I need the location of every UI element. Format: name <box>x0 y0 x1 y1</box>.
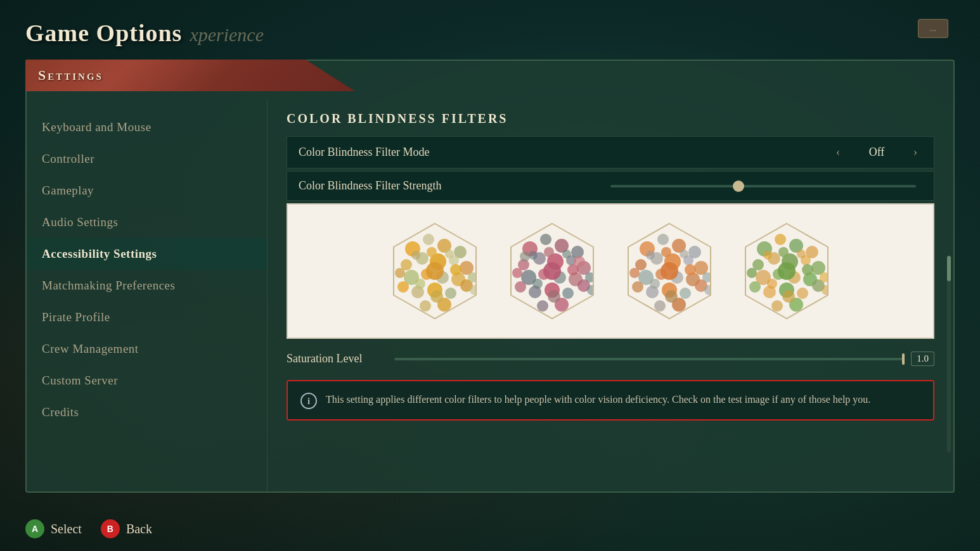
svg-point-26 <box>397 281 409 293</box>
filter-strength-label: Color Blindness Filter Strength <box>299 179 604 193</box>
svg-point-97 <box>650 279 660 289</box>
saturation-label: Saturation Level <box>287 352 388 365</box>
sidebar-item-keyboard[interactable]: Keyboard and Mouse <box>27 111 267 143</box>
sidebar-item-custom[interactable]: Custom Server <box>27 365 267 396</box>
page-container: Game Options xperience ... Settings Keyb… <box>0 0 980 551</box>
svg-point-90 <box>661 247 671 257</box>
content-area: Color Blindness Filters Color Blindness … <box>268 99 953 491</box>
saturation-row: Saturation Level 1.0 <box>287 345 934 372</box>
svg-point-19 <box>420 300 431 312</box>
title-area: Game Options xperience <box>25 19 955 47</box>
sidebar-item-crew[interactable]: Crew Management <box>27 333 267 365</box>
svg-point-24 <box>395 268 405 278</box>
sidebar-item-credits[interactable]: Credits <box>27 396 267 428</box>
svg-point-36 <box>540 234 551 245</box>
back-icon: B <box>101 519 120 538</box>
svg-point-124 <box>797 250 806 258</box>
filter-mode-row: Color Blindness Filter Mode ‹ Off › <box>287 136 934 168</box>
svg-point-31 <box>430 290 443 303</box>
svg-point-96 <box>661 262 678 280</box>
saturation-thumb <box>902 353 905 365</box>
svg-point-129 <box>778 262 796 280</box>
saturation-value: 1.0 <box>911 352 934 366</box>
svg-point-62 <box>532 279 543 289</box>
sidebar-item-gameplay[interactable]: Gameplay <box>27 175 267 206</box>
svg-point-17 <box>445 288 456 299</box>
filter-mode-prev[interactable]: ‹ <box>831 144 845 160</box>
svg-point-123 <box>778 247 789 257</box>
svg-point-64 <box>548 290 560 303</box>
filter-mode-next[interactable]: › <box>908 144 922 160</box>
svg-point-56 <box>562 250 571 258</box>
svg-point-59 <box>515 281 526 293</box>
svg-point-66 <box>574 256 585 267</box>
cb-plate-1 <box>381 217 489 325</box>
saturation-slider[interactable] <box>394 358 905 360</box>
settings-header: Settings <box>25 60 355 91</box>
svg-point-71 <box>657 234 669 245</box>
section-title: Color Blindness Filters <box>287 111 934 126</box>
svg-point-61 <box>543 262 561 280</box>
svg-point-104 <box>775 234 786 245</box>
select-button[interactable]: A Select <box>25 519 82 538</box>
filter-mode-label: Color Blindness Filter Mode <box>299 146 831 159</box>
sidebar-item-controller[interactable]: Controller <box>27 143 267 175</box>
svg-point-92 <box>629 268 640 278</box>
cb-plate-4 <box>733 217 841 325</box>
filter-mode-control: ‹ Off › <box>831 144 922 160</box>
svg-point-120 <box>771 300 783 312</box>
panel-body: Keyboard and Mouse Controller Gameplay A… <box>27 61 953 491</box>
svg-point-57 <box>512 268 522 278</box>
page-title: Game Options <box>25 19 182 47</box>
info-box: i This setting applies different color f… <box>287 380 934 421</box>
select-label: Select <box>51 522 82 536</box>
sidebar-item-accessibility[interactable]: Accessibility Settings <box>27 238 267 270</box>
sidebar-item-audio[interactable]: Audio Settings <box>27 206 267 238</box>
svg-point-28 <box>426 262 444 280</box>
filter-strength-slider[interactable] <box>610 185 916 187</box>
svg-point-29 <box>415 279 425 289</box>
info-icon: i <box>300 393 317 409</box>
svg-point-55 <box>544 247 554 257</box>
svg-point-87 <box>654 300 666 312</box>
svg-point-89 <box>646 251 655 260</box>
filter-mode-value: Off <box>858 146 896 159</box>
cb-plate-2 <box>498 217 606 325</box>
svg-point-130 <box>767 279 777 289</box>
select-icon: A <box>25 519 44 538</box>
svg-point-22 <box>427 247 437 257</box>
svg-point-91 <box>680 250 688 258</box>
svg-point-21 <box>411 251 420 260</box>
svg-point-118 <box>797 288 808 299</box>
svg-point-30 <box>450 264 461 276</box>
svg-point-125 <box>747 268 757 278</box>
sidebar-menu: Keyboard and Mouse Controller Gameplay A… <box>27 99 268 491</box>
svg-point-122 <box>763 251 772 260</box>
svg-point-132 <box>782 290 795 303</box>
sidebar-item-pirate[interactable]: Pirate Profile <box>27 301 267 333</box>
svg-point-23 <box>445 250 454 258</box>
settings-header-text: Settings <box>38 67 103 83</box>
top-right-button[interactable]: ... <box>918 19 949 38</box>
back-button[interactable]: B Back <box>101 519 152 538</box>
bottom-bar: A Select B Back <box>25 519 152 538</box>
svg-point-98 <box>685 264 696 276</box>
svg-point-85 <box>680 288 691 299</box>
cb-plate-3 <box>616 217 723 325</box>
svg-point-65 <box>520 251 530 262</box>
sidebar-item-matchmaking[interactable]: Matchmaking Preferences <box>27 270 267 301</box>
page-subtitle: xperience <box>190 24 264 46</box>
colorblindness-images <box>287 203 934 339</box>
back-label: Back <box>126 522 152 536</box>
svg-point-94 <box>632 281 643 293</box>
filter-strength-row: Color Blindness Filter Strength <box>287 171 934 201</box>
scrollbar-track[interactable] <box>947 256 951 452</box>
filter-strength-thumb <box>733 180 744 192</box>
svg-point-50 <box>562 288 574 299</box>
svg-point-52 <box>537 300 548 312</box>
svg-point-99 <box>665 290 678 303</box>
info-text: This setting applies different color fil… <box>326 391 870 408</box>
svg-point-54 <box>529 251 538 260</box>
scrollbar-thumb <box>947 256 951 281</box>
settings-panel: Settings Keyboard and Mouse Controller G… <box>25 60 955 493</box>
